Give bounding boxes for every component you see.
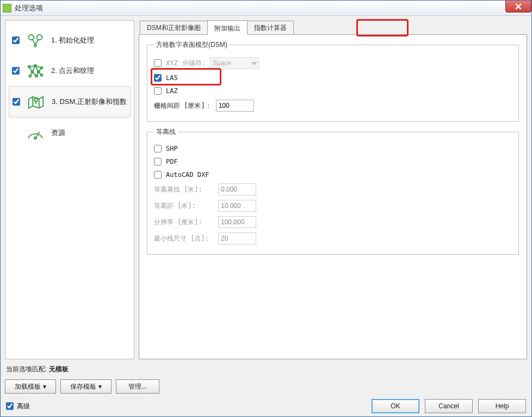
map-pin-icon: [26, 93, 46, 111]
cancel-button[interactable]: Cancel: [425, 399, 473, 413]
camera-icon: [25, 32, 46, 49]
main-panel: DSM和正射影像图 附加输出 指数计算器 方格数字表面模型(DSM) XYZ 分…: [139, 20, 527, 359]
sidebar-item-resource[interactable]: 资源: [9, 118, 131, 148]
xyz-row: XYZ 分隔符: Space: [154, 55, 512, 71]
min-row: 最小线尺寸 [点]:: [154, 230, 512, 247]
sidebar-item-pointcloud-checkbox[interactable]: [12, 67, 20, 75]
laz-label: LAZ: [166, 87, 178, 95]
contour-group: 等高线 SHP PDF AutoCAD DXF: [147, 127, 519, 255]
dialog-window: 处理选项 1. 初始化处理 2. 点: [0, 0, 532, 417]
load-template-button[interactable]: 加载模板 ▾: [5, 379, 56, 394]
sidebar-item-pointcloud[interactable]: 2. 点云和纹理: [9, 56, 131, 86]
content-area: 1. 初始化处理 2. 点云和纹理 3. DSM,正射影像和指数: [1, 16, 531, 416]
titlebar: 处理选项: [1, 1, 531, 16]
laz-checkbox[interactable]: [154, 87, 162, 95]
pdf-row: PDF: [154, 155, 512, 168]
interval-input[interactable]: [218, 200, 256, 212]
close-button[interactable]: [505, 1, 531, 13]
close-icon: [515, 3, 522, 10]
interval-label: 等高距 [米]:: [154, 201, 214, 211]
save-template-button[interactable]: 保存模板 ▾: [60, 379, 112, 394]
sidebar-item-label: 2. 点云和纹理: [51, 66, 127, 76]
grid-row: 栅格间距 [厘米]：: [154, 97, 512, 114]
tab-bar: DSM和正射影像图 附加输出 指数计算器: [139, 20, 527, 34]
gauge-icon: [25, 124, 46, 142]
advanced-label: 高级: [17, 402, 30, 411]
bottom-area: 当前选项匹配: 无模板 加载模板 ▾ 保存模板 ▾ 管理... 高级 OK Ca…: [5, 359, 527, 413]
tab-dsm-ortho[interactable]: DSM和正射影像图: [140, 21, 208, 34]
manage-button[interactable]: 管理...: [116, 379, 159, 394]
svg-point-2: [34, 45, 36, 47]
dxf-row: AutoCAD DXF: [154, 168, 512, 181]
svg-point-0: [29, 35, 34, 40]
contour-legend: 等高线: [154, 127, 178, 137]
sidebar-item-label: 1. 初始化处理: [51, 36, 127, 45]
xyz-sep-select[interactable]: Space: [210, 57, 259, 69]
res-label: 分辨率 [厘米]:: [154, 218, 214, 227]
sidebar-item-label: 资源: [51, 128, 127, 138]
footer-buttons: OK Cancel Help: [372, 399, 526, 413]
dxf-label: AutoCAD DXF: [166, 171, 209, 179]
app-icon: [3, 4, 11, 13]
template-buttons: 加载模板 ▾ 保存模板 ▾ 管理...: [5, 378, 527, 398]
tab-panel: 方格数字表面模型(DSM) XYZ 分隔符: Space LAS: [139, 34, 527, 359]
pdf-checkbox[interactable]: [154, 158, 162, 165]
min-label: 最小线尺寸 [点]:: [154, 234, 214, 243]
res-input[interactable]: [218, 216, 256, 228]
sidebar-item-initial[interactable]: 1. 初始化处理: [9, 25, 131, 56]
match-value: 无模板: [49, 365, 69, 373]
res-row: 分辨率 [厘米]:: [154, 214, 512, 230]
advanced-row: 高级 OK Cancel Help: [5, 398, 527, 413]
window-title: 处理选项: [15, 3, 43, 13]
sidebar-item-label: 3. DSM,正射影像和指数: [52, 97, 127, 107]
las-label: LAS: [166, 74, 178, 82]
shp-checkbox[interactable]: [154, 145, 162, 152]
svg-point-1: [37, 35, 42, 40]
shp-row: SHP: [154, 142, 512, 155]
sidebar-item-initial-checkbox[interactable]: [12, 36, 20, 44]
min-input[interactable]: [218, 232, 256, 244]
xyz-checkbox[interactable]: [154, 59, 162, 67]
dsm-group: 方格数字表面模型(DSM) XYZ 分隔符: Space LAS: [147, 40, 519, 122]
xyz-label: XYZ: [166, 59, 178, 67]
ok-button[interactable]: OK: [372, 399, 419, 413]
base-row: 等高基线 [米]:: [154, 181, 512, 198]
help-button[interactable]: Help: [478, 399, 526, 413]
interval-row: 等高距 [米]:: [154, 198, 512, 214]
sidebar: 1. 初始化处理 2. 点云和纹理 3. DSM,正射影像和指数: [5, 20, 134, 359]
base-input[interactable]: [218, 183, 256, 195]
shp-label: SHP: [166, 145, 178, 152]
sidebar-item-dsm[interactable]: 3. DSM,正射影像和指数: [9, 86, 131, 118]
las-checkbox[interactable]: [154, 74, 162, 82]
sidebar-item-dsm-checkbox[interactable]: [13, 98, 20, 106]
dsm-legend: 方格数字表面模型(DSM): [154, 40, 230, 50]
svg-point-11: [34, 98, 38, 101]
pointcloud-icon: [25, 62, 46, 79]
tab-index-calc[interactable]: 指数计算器: [247, 21, 294, 34]
match-prefix: 当前选项匹配:: [6, 365, 49, 373]
template-match-text: 当前选项匹配: 无模板: [5, 363, 527, 378]
upper-area: 1. 初始化处理 2. 点云和纹理 3. DSM,正射影像和指数: [5, 20, 527, 359]
pdf-label: PDF: [166, 158, 178, 165]
advanced-checkbox[interactable]: [6, 402, 14, 410]
tab-highlight: [356, 19, 409, 36]
base-label: 等高基线 [米]:: [154, 185, 214, 194]
xyz-sep-label: 分隔符:: [182, 59, 206, 68]
grid-label: 栅格间距 [厘米]：: [154, 101, 212, 111]
dxf-checkbox[interactable]: [154, 171, 162, 179]
grid-input[interactable]: [216, 100, 254, 112]
laz-row: LAZ: [154, 84, 512, 97]
las-row: LAS: [154, 71, 512, 84]
tab-additional-output[interactable]: 附加输出: [207, 20, 248, 35]
